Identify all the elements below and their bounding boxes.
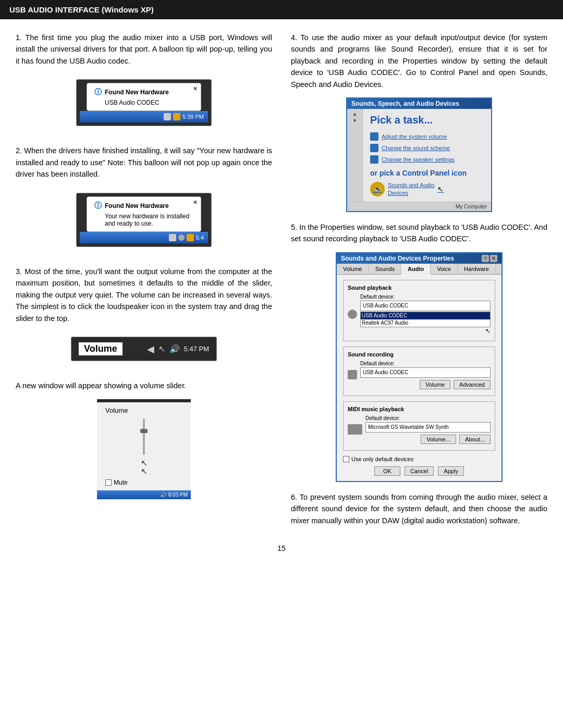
midi-playback-label: MIDI music playback: [348, 406, 491, 412]
section-3b-text: A new window will appear showing a volum…: [16, 380, 272, 391]
balloon1-title: Found New Hardware: [105, 89, 169, 96]
midi-volume-btn[interactable]: Volume...: [421, 435, 456, 444]
balloon2-title-row: ⓘ Found New Hardware: [94, 201, 193, 211]
sounds-task-icon-1: [370, 132, 378, 141]
recording-select-container: Default device: USB Audio CODEC Volume A…: [360, 361, 491, 389]
props-title: Sounds and Audio Devices Properties: [341, 255, 454, 262]
recording-advanced-btn[interactable]: Advanced: [454, 380, 491, 389]
balloon1-screenshot: ✕ ⓘ Found New Hardware USB Audio CODEC 5…: [76, 79, 212, 126]
balloon1-title-row: ⓘ Found New Hardware: [94, 88, 193, 97]
props-apply-btn[interactable]: Apply: [438, 466, 464, 476]
sounds-task-2[interactable]: Change the sound scheme: [370, 144, 484, 152]
props-dialog-screenshot: Sounds and Audio Devices Properties ? ✕ …: [336, 252, 503, 482]
taskbar-icon-1: [164, 113, 171, 120]
sounds-icon-label: Sounds and AudioDevices: [388, 181, 434, 196]
tab-audio[interactable]: Audio: [401, 264, 431, 275]
midi-option-1: Microsoft GS Wavetable SW Synth: [367, 424, 489, 431]
vol-taskbar-icons: 🔊: [160, 492, 166, 498]
balloon1-text: USB Audio CODEC: [94, 99, 193, 106]
default-devices-label: Use only default devices: [351, 456, 413, 462]
props-dialog-container: Sounds and Audio Devices Properties ? ✕ …: [291, 252, 547, 482]
playback-option-2: Realtek AC97 Audio: [361, 319, 490, 327]
balloon1-time: 5:39 PM: [182, 114, 204, 120]
props-title-bar: Sounds and Audio Devices Properties ? ✕: [337, 253, 501, 264]
sounds-dialog-footer: My Computer: [347, 202, 491, 211]
tab-voice[interactable]: Voice: [431, 264, 458, 274]
props-ok-btn[interactable]: OK: [374, 466, 400, 476]
sounds-or-pick-label: or pick a Control Panel icon: [370, 169, 484, 177]
mute-label: Mute: [114, 479, 128, 486]
nav-up-icon[interactable]: ▲: [352, 111, 358, 117]
balloon2-taskbar: 5:4: [80, 232, 208, 243]
sounds-task-1[interactable]: Adjust the system volume: [370, 132, 484, 141]
tab-sounds[interactable]: Sounds: [369, 264, 401, 274]
props-cancel-btn[interactable]: Cancel: [405, 466, 434, 476]
tab-volume[interactable]: Volume: [337, 264, 369, 274]
sound-playback-label: Sound playback: [348, 285, 491, 291]
sounds-devices-icon: 🔊: [370, 182, 385, 196]
sounds-dialog-screenshot: Sounds, Speech, and Audio Devices ▲ ▼ Pi…: [346, 97, 492, 212]
default-devices-checkbox[interactable]: [343, 456, 349, 462]
balloon2-title: Found New Hardware: [105, 202, 169, 209]
balloon2-text: Your new hardware is installed and ready…: [94, 213, 193, 227]
balloon1-bubble: ✕ ⓘ Found New Hardware USB Audio CODEC: [87, 83, 201, 111]
midi-about-btn[interactable]: About...: [459, 435, 491, 444]
two-column-layout: 1. The first time you plug the audio mix…: [16, 32, 547, 534]
props-body: Sound playback Default device: USB Audio…: [337, 275, 501, 481]
sounds-task-3[interactable]: Change the speaker settings: [370, 155, 484, 164]
volume-taskbar-screenshot: Volume ◀ ↖ 🔊 5:47 PM: [71, 337, 217, 361]
cursor-pointer-icon: ↖: [437, 185, 444, 193]
recording-volume-btn[interactable]: Volume: [420, 380, 450, 389]
sounds-task-icon-2: [370, 144, 378, 152]
midi-device-row: Default device: Microsoft GS Wavetable S…: [348, 415, 491, 444]
volume-slider-title: Volume: [105, 406, 182, 414]
hardware-icon-2: ⓘ: [94, 201, 102, 211]
balloon2-close: ✕: [193, 199, 198, 206]
recording-select[interactable]: USB Audio CODEC: [360, 367, 491, 378]
sounds-left-nav: ▲ ▼: [347, 109, 363, 202]
speaker-icon[interactable]: 🔊: [169, 344, 180, 354]
right-column: 4. To use the audio mixer as your defaul…: [291, 32, 547, 534]
midi-icon: [348, 424, 362, 435]
balloon2-screenshot-container: ✕ ⓘ Found New Hardware Your new hardware…: [16, 188, 272, 256]
sounds-icon-label-text: Sounds and AudioDevices: [388, 182, 434, 195]
balloon2-bubble: ✕ ⓘ Found New Hardware Your new hardware…: [87, 196, 201, 232]
volume-time: 5:47 PM: [184, 345, 209, 353]
sounds-footer-text: My Computer: [456, 204, 487, 209]
recording-icon: [348, 370, 357, 379]
midi-select[interactable]: Microsoft GS Wavetable SW Synth: [365, 422, 491, 433]
props-ok-row: OK Cancel Apply: [343, 466, 495, 476]
props-close-btn[interactable]: ✕: [490, 255, 497, 262]
cursor-icon: ↖: [158, 344, 165, 354]
nav-down-icon[interactable]: ▼: [352, 118, 358, 124]
slider-thumb[interactable]: [140, 429, 148, 433]
props-tabs: Volume Sounds Audio Voice Hardware: [337, 264, 501, 275]
section-1-text: 1. The first time you plug the audio mix…: [16, 32, 272, 67]
recording-buttons: Volume Advanced: [360, 380, 491, 389]
section-5-text: 5. In the Properties window, set sound p…: [291, 221, 547, 245]
sound-playback-group: Sound playback Default device: USB Audio…: [343, 280, 495, 341]
volume-taskbar-screenshot-container: Volume ◀ ↖ 🔊 5:47 PM: [16, 331, 272, 371]
taskbar-icon-4: [178, 235, 185, 241]
playback-default-label: Default device:: [360, 294, 491, 300]
section-2-text: 2. When the drivers have finished instal…: [16, 145, 272, 180]
playback-device-row: Default device: USB Audio CODEC USB Audi…: [348, 294, 491, 335]
midi-default-label: Default device:: [365, 415, 491, 421]
header-title: USB AUDIO INTERFACE (Windows XP): [9, 5, 154, 14]
midi-select-container: Default device: Microsoft GS Wavetable S…: [365, 415, 491, 444]
midi-buttons: Volume... About...: [365, 435, 491, 444]
sounds-main-content: Pick a task... Adjust the system volume …: [363, 109, 491, 202]
sounds-task-3-label: Change the speaker settings: [382, 156, 455, 163]
props-title-buttons: ? ✕: [482, 255, 497, 262]
playback-select[interactable]: USB Audio CODEC: [360, 301, 491, 311]
slider-track: [143, 418, 145, 455]
arrow-left-icon[interactable]: ◀: [147, 343, 154, 355]
sounds-icon-item[interactable]: 🔊 Sounds and AudioDevices ↖: [370, 181, 484, 196]
tab-hardware[interactable]: Hardware: [458, 264, 496, 274]
page-header: USB AUDIO INTERFACE (Windows XP): [0, 0, 563, 19]
volume-taskbar-row: Volume ◀ ↖ 🔊 5:47 PM: [75, 340, 213, 357]
props-help-btn[interactable]: ?: [482, 255, 489, 262]
section-6-text: 6. To prevent system sounds from coming …: [291, 491, 547, 526]
default-devices-checkbox-row: Use only default devices: [343, 456, 495, 462]
mute-checkbox[interactable]: [105, 479, 112, 486]
